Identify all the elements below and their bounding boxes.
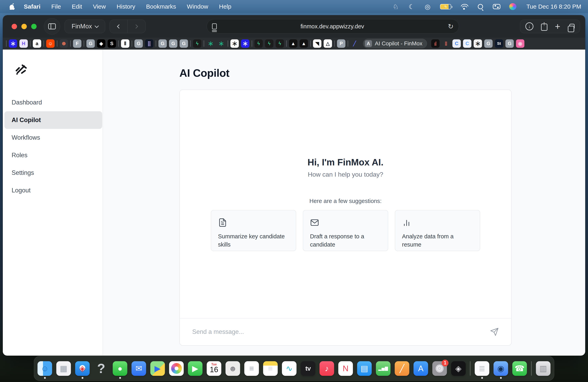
sidebar-nav-item[interactable]: Dashboard [4,94,102,111]
menu-bar-item[interactable]: History [111,3,141,10]
contacts-dock-icon[interactable]: ☻ [226,361,240,376]
hostinger-favicon[interactable]: H [20,39,28,48]
apple-tv-dock-icon[interactable]: tv [301,361,315,376]
focus-moon-icon[interactable]: ☾ [408,2,415,11]
g-favicon[interactable]: G [169,39,177,48]
airplay-icon[interactable]: ◎ [424,2,431,11]
g-favicon[interactable]: G [86,39,95,48]
sailboat-favicon[interactable]: △ [324,39,332,48]
figma-color-favicon[interactable]: ⣿ [442,39,450,48]
favorite-site-icon[interactable] [190,40,191,47]
reddit-favicon[interactable]: ☺ [46,39,55,48]
favorite-site-icon[interactable] [6,40,7,47]
s-favicon[interactable]: S [108,39,116,48]
stripe-docs-favicon[interactable]: St [495,39,503,48]
message-input[interactable] [192,328,490,335]
menu-bar-clock[interactable]: Tue Dec 16 8:20 PM [526,3,581,10]
dribbble-favicon[interactable]: ◉ [516,39,525,48]
share-icon[interactable] [541,24,547,31]
siri-icon[interactable] [509,3,516,10]
photo-booth-dock-icon[interactable]: ◉ [494,361,508,376]
back-button[interactable] [110,20,127,33]
grid-pattern-favicon[interactable]: ⣿ [145,39,153,48]
supabase-favicon[interactable]: ϟ [265,39,273,48]
favorite-site-icon[interactable] [84,40,84,47]
reader-view-icon[interactable] [212,23,217,29]
diamond-favicon[interactable]: ◈ [97,39,105,48]
address-bar[interactable]: finmox.dev.appwizzy.dev ↻ [207,19,459,34]
chatgpt-blue-favicon[interactable]: ∗ [241,39,249,48]
hubspot-favicon[interactable]: ⊛ [60,39,68,48]
favorite-site-icon[interactable] [286,40,287,47]
favorite-site-icon[interactable] [118,40,119,47]
minimize-window-button[interactable] [21,24,27,29]
system-settings-dock-icon[interactable]: ⚙ 1 [432,361,447,376]
vercel-favicon[interactable]: ▲ [300,39,308,48]
openai-white-favicon[interactable]: ∗ [231,39,239,48]
notes-dock-icon[interactable]: ≡ [263,361,278,376]
pen-favicon[interactable]: ╱ [350,39,359,48]
app-store-dock-icon[interactable]: A [414,361,428,376]
p-favicon[interactable]: P [337,39,345,48]
trash-dock-icon[interactable]: ▥ [536,361,551,376]
textedit-dock-icon[interactable]: ≣ [475,361,489,376]
launchpad-dock-icon[interactable]: ▦ [56,361,71,376]
sidebar-nav-item[interactable]: Settings [4,164,102,182]
suggestion-card-draft[interactable]: Draft a response to a candidate [303,210,388,251]
g-favicon[interactable]: G [158,39,167,48]
reminders-dock-icon[interactable]: ≡ [244,361,259,376]
fin-favicon[interactable]: ◥ [313,39,321,48]
g-favicon[interactable]: G [484,39,493,48]
active-tab[interactable]: A AI Copilot - FinMox [363,39,427,48]
close-window-button[interactable] [12,24,17,29]
sidebar-nav-item[interactable]: Workflows [4,129,102,146]
suggestion-card-analyze[interactable]: Analyze data from a resume [395,210,480,251]
facetime-dock-icon[interactable]: ▶ [188,361,203,376]
suggestion-card-summarize[interactable]: Summarize key candidate skills [211,210,296,251]
menu-bar-item[interactable]: View [87,3,111,10]
url-text[interactable]: finmox.dev.appwizzy.dev [217,23,448,30]
pause-favicon[interactable]: Ⅱ [121,39,129,48]
send-paper-plane-icon[interactable] [490,327,499,336]
c-blue-favicon[interactable]: C [452,39,461,48]
menu-bar-item[interactable]: File [46,3,66,10]
favorite-site-icon[interactable] [132,40,132,47]
supabase-favicon[interactable]: ϟ [276,39,284,48]
menu-extra-app-icon[interactable]: ♘ [392,2,399,11]
help-placeholder-dock-icon[interactable]: ? [94,361,109,376]
favorite-site-icon[interactable] [156,40,156,47]
freeform-dock-icon[interactable]: ∿ [282,361,297,376]
calendar-dock-icon[interactable]: Tue 16 [207,361,221,376]
mail-dock-icon[interactable]: ✉ [132,361,146,376]
reload-icon[interactable]: ↻ [448,22,454,30]
site-menu-button[interactable]: FinMox [64,19,105,33]
openai-white-favicon[interactable]: ∗ [474,39,482,48]
safari-dock-icon[interactable]: ◈ [75,361,90,376]
favorite-site-icon[interactable] [334,40,335,47]
wifi-icon[interactable] [460,4,468,10]
menu-bar-item[interactable]: Window [181,3,214,10]
openai-green-favicon[interactable]: ∗ [217,39,225,48]
favorite-site-icon[interactable] [70,40,71,47]
dock-app-icon[interactable] [531,361,532,376]
menu-bar-item[interactable]: Bookmarks [141,3,181,10]
supabase-favicon[interactable]: ϟ [193,39,201,48]
music-dock-icon[interactable]: ♪ [320,361,334,376]
chatgpt-blue-favicon[interactable]: ∗ [9,39,17,48]
favorite-site-icon[interactable] [204,40,204,47]
numbers-dock-icon[interactable]: ▂▅▇ [376,361,391,376]
g-favicon[interactable]: G [180,39,188,48]
favorite-site-icon[interactable] [30,40,31,47]
supabase-favicon[interactable]: ϟ [254,39,263,48]
spotlight-search-icon[interactable] [477,2,484,11]
favorite-site-icon[interactable] [228,40,228,47]
amazon-favicon[interactable]: a [33,39,41,48]
dark-cube-app-dock-icon[interactable]: ◈ [451,361,466,376]
sidebar-nav-item[interactable]: Logout [4,182,102,199]
favorite-site-icon[interactable] [310,40,311,47]
apple-logo[interactable] [7,3,17,10]
news-dock-icon[interactable]: N [338,361,353,376]
menu-bar-item[interactable]: Edit [66,3,88,10]
g-favicon[interactable]: G [134,39,143,48]
finder-dock-icon[interactable]: ☺ [38,361,52,376]
